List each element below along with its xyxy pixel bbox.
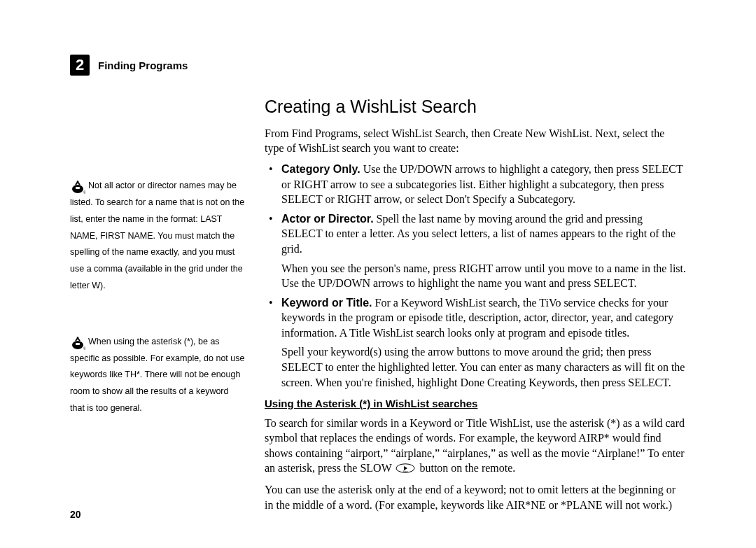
text-span: button on the remote. (419, 462, 515, 474)
page-number: 20 (70, 509, 81, 520)
bullet-paragraph: When you see the person's name, press RI… (281, 261, 686, 291)
tivo-icon: ® (70, 335, 85, 351)
side-note-2-text: When using the asterisk (*), be as speci… (70, 337, 244, 413)
side-note-1: ® Not all actor or director names may be… (70, 178, 245, 295)
bullet-label: Keyword or Title. (281, 297, 372, 309)
slow-button-icon: Slow (396, 462, 415, 477)
main-content: Creating a WishList Search From Find Pro… (265, 95, 686, 519)
chapter-number-badge: 2 (70, 55, 90, 76)
page-title: Creating a WishList Search (265, 95, 686, 119)
page-header: 2 Finding Programs (70, 55, 686, 76)
asterisk-paragraph-1: To search for similar words in a Keyword… (265, 416, 686, 477)
bullet-list: Category Only. Use the UP/DOWN arrows to… (265, 162, 686, 390)
svg-text:Slow: Slow (403, 470, 409, 472)
intro-paragraph: From Find Programs, select WishList Sear… (265, 126, 686, 156)
bullet-category-only: Category Only. Use the UP/DOWN arrows to… (281, 162, 686, 207)
side-note-2: ® When using the asterisk (*), be as spe… (70, 334, 245, 417)
svg-text:®: ® (83, 190, 85, 195)
asterisk-paragraph-2: You can use the asterisk only at the end… (265, 482, 686, 512)
subheading-asterisk: Using the Asterisk (*) in WishList searc… (265, 397, 686, 411)
bullet-actor-director: Actor or Director. Spell the last name b… (281, 211, 686, 291)
svg-rect-5 (76, 343, 80, 345)
chapter-title: Finding Programs (98, 59, 188, 71)
sidebar-notes: ® Not all actor or director names may be… (70, 95, 245, 519)
tivo-icon: ® (70, 179, 85, 195)
bullet-label: Category Only. (281, 163, 360, 175)
bullet-paragraph: Spell your keyword(s) using the arrow bu… (281, 344, 686, 390)
svg-point-2 (77, 181, 79, 183)
svg-point-6 (77, 337, 79, 339)
svg-text:®: ® (83, 346, 85, 351)
bullet-keyword-title: Keyword or Title. For a Keyword WishList… (281, 295, 686, 391)
svg-rect-1 (76, 187, 80, 189)
bullet-label: Actor or Director. (281, 213, 374, 225)
side-note-1-text: Not all actor or director names may be l… (70, 181, 244, 290)
